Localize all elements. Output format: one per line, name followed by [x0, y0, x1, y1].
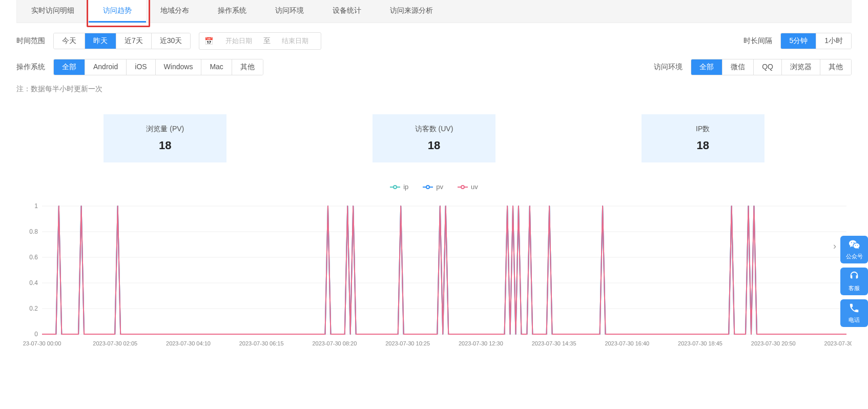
- opt-time-3[interactable]: 近30天: [152, 33, 191, 49]
- seg-time-range: 今天昨天近7天近30天: [53, 33, 191, 49]
- stat-card-1: 访客数 (UV)18: [373, 114, 495, 162]
- svg-text:2023-07-30 06:15: 2023-07-30 06:15: [239, 340, 284, 346]
- svg-text:2023-07-30 16:40: 2023-07-30 16:40: [605, 340, 649, 346]
- opt-env-2[interactable]: QQ: [754, 59, 782, 75]
- label-os: 操作系统: [16, 63, 53, 72]
- label-time-range: 时间范围: [16, 36, 53, 46]
- opt-time-1[interactable]: 昨天: [85, 33, 116, 49]
- opt-os-2[interactable]: iOS: [127, 59, 155, 75]
- svg-text:0.8: 0.8: [29, 228, 38, 235]
- svg-text:2023-07-30 20:50: 2023-07-30 20:50: [751, 340, 796, 346]
- chart-plot[interactable]: 00.20.40.60.8123-07-30 00:002023-07-30 0…: [16, 201, 852, 350]
- tab-4[interactable]: 访问环境: [261, 0, 318, 23]
- date-end-placeholder: 结束日期: [275, 36, 316, 46]
- label-env: 访问环境: [654, 63, 683, 72]
- svg-text:2023-07-30 18:45: 2023-07-30 18:45: [678, 340, 722, 346]
- seg-os: 全部AndroidiOSWindowsMac其他: [53, 59, 263, 75]
- svg-text:2023-07-30 12:30: 2023-07-30 12:30: [459, 340, 503, 346]
- label-interval: 时长间隔: [743, 36, 772, 46]
- svg-text:2023-07-30 14:35: 2023-07-30 14:35: [532, 340, 576, 346]
- legend-item-pv[interactable]: pv: [423, 183, 443, 191]
- tab-6[interactable]: 访问来源分析: [376, 0, 447, 23]
- chevron-right-icon: ›: [833, 241, 836, 252]
- float-label: 客服: [849, 284, 860, 292]
- opt-time-2[interactable]: 近7天: [116, 33, 152, 49]
- opt-os-0[interactable]: 全部: [54, 59, 85, 75]
- opt-env-1[interactable]: 微信: [722, 59, 754, 75]
- support-icon: [849, 271, 860, 284]
- stat-card-0: 浏览量 (PV)18: [104, 114, 226, 162]
- svg-text:0.4: 0.4: [29, 279, 38, 287]
- legend-item-ip[interactable]: ip: [390, 183, 408, 191]
- opt-interval-0[interactable]: 5分钟: [781, 33, 816, 49]
- date-sep: 至: [263, 36, 271, 46]
- opt-os-3[interactable]: Windows: [156, 59, 202, 75]
- float-btn-phone[interactable]: 电话: [840, 299, 868, 327]
- float-column: 公众号客服电话: [840, 236, 868, 327]
- opt-os-1[interactable]: Android: [85, 59, 127, 75]
- stat-value: 18: [696, 139, 709, 152]
- calendar-icon: 📅: [204, 37, 213, 45]
- date-start-placeholder: 开始日期: [218, 36, 259, 46]
- seg-interval: 5分钟1小时: [780, 33, 852, 49]
- stat-label: 访客数 (UV): [415, 125, 453, 134]
- tab-2[interactable]: 地域分布: [146, 0, 203, 23]
- tab-0[interactable]: 实时访问明细: [17, 0, 89, 23]
- svg-text:2023-07-30 02:05: 2023-07-30 02:05: [93, 340, 137, 346]
- opt-os-4[interactable]: Mac: [201, 59, 232, 75]
- legend-item-uv[interactable]: uv: [458, 183, 478, 191]
- stat-label: 浏览量 (PV): [146, 125, 184, 134]
- opt-time-0[interactable]: 今天: [54, 33, 85, 49]
- opt-os-5[interactable]: 其他: [232, 59, 263, 75]
- float-label: 电话: [849, 316, 860, 324]
- svg-text:2023-07-30 22:55: 2023-07-30 22:55: [824, 340, 852, 346]
- tabs-bar: 实时访问明细访问趋势地域分布操作系统访问环境设备统计访问来源分析: [16, 0, 852, 23]
- tab-1[interactable]: 访问趋势: [89, 0, 146, 23]
- phone-icon: [849, 302, 860, 316]
- svg-text:23-07-30 00:00: 23-07-30 00:00: [23, 340, 61, 346]
- stat-label: IP数: [696, 125, 710, 134]
- tab-5[interactable]: 设备统计: [318, 0, 376, 23]
- stat-card-2: IP数18: [642, 114, 764, 162]
- opt-env-0[interactable]: 全部: [691, 59, 722, 75]
- stats-row: 浏览量 (PV)18访客数 (UV)18IP数18: [31, 114, 837, 162]
- tab-3[interactable]: 操作系统: [203, 0, 261, 23]
- chart-legend: ip pv uv: [16, 183, 852, 191]
- svg-text:2023-07-30 08:20: 2023-07-30 08:20: [312, 340, 357, 346]
- stat-value: 18: [159, 139, 171, 152]
- svg-text:0: 0: [34, 331, 38, 338]
- seg-env: 全部微信QQ浏览器其他: [691, 59, 852, 75]
- stat-value: 18: [428, 139, 440, 152]
- float-btn-wechat[interactable]: 公众号: [840, 236, 868, 263]
- svg-text:2023-07-30 10:25: 2023-07-30 10:25: [385, 340, 430, 346]
- float-label: 公众号: [846, 253, 863, 260]
- wechat-icon: [849, 239, 860, 253]
- svg-text:2023-07-30 04:10: 2023-07-30 04:10: [166, 340, 211, 346]
- float-btn-support[interactable]: 客服: [840, 268, 868, 295]
- svg-text:0.6: 0.6: [29, 254, 38, 261]
- svg-text:0.2: 0.2: [29, 305, 38, 312]
- update-note: 注：数据每半小时更新一次: [16, 85, 852, 94]
- opt-env-3[interactable]: 浏览器: [782, 59, 820, 75]
- opt-env-4[interactable]: 其他: [820, 59, 851, 75]
- date-range-picker[interactable]: 📅 开始日期 至 结束日期: [199, 32, 321, 50]
- opt-interval-1[interactable]: 1小时: [816, 33, 851, 49]
- svg-text:1: 1: [34, 202, 38, 210]
